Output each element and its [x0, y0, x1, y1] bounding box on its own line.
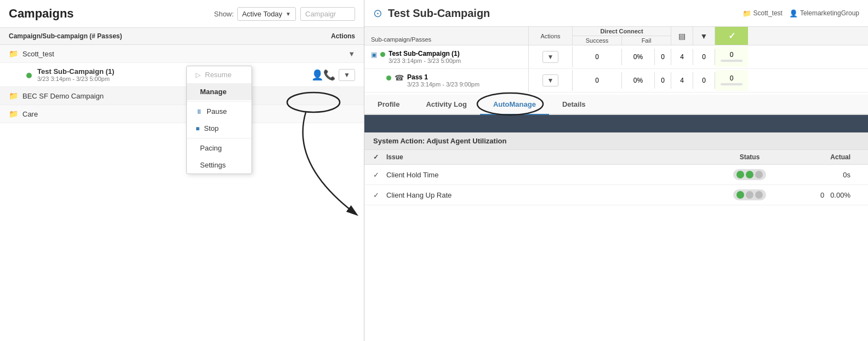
- menu-item-pacing[interactable]: Pacing: [187, 140, 252, 157]
- automanage-row: ✓ Client Hold Time 0s: [364, 165, 868, 185]
- col-actual-header: Actual: [793, 153, 859, 161]
- campaign-row[interactable]: 📁 Care: [0, 105, 364, 123]
- sub-campaign-actions: 👤📞 ▼: [311, 69, 355, 81]
- menu-item-pacing-label: Pacing: [200, 144, 222, 152]
- meta-folder-text: Scott_test: [753, 9, 783, 17]
- tabs-bar: Profile Activity Log AutoManage Details: [364, 95, 868, 115]
- menu-item-manage-label: Manage: [200, 88, 226, 96]
- col-dc-group: Direct Connect Success Fail: [573, 27, 671, 45]
- campaign-row[interactable]: 📁 BEC SF Demo Campaign: [0, 87, 364, 105]
- row1-dc-success-pct: 0%: [622, 49, 655, 65]
- campaign-name: Scott_test: [22, 50, 348, 58]
- row1-col5: 0: [693, 49, 715, 65]
- meta-folder: 📁 Scott_test: [743, 9, 783, 18]
- menu-item-settings-label: Settings: [200, 161, 226, 169]
- campaigns-table-header: Campaign/Sub-campaign (# Passes) Actions: [0, 28, 364, 45]
- toggle-dot-3: [755, 171, 763, 178]
- row2-col5: 0: [693, 72, 715, 89]
- folder-icon: 📁: [9, 109, 18, 118]
- row1-col4: 4: [671, 49, 693, 65]
- resume-icon: ▷: [196, 71, 201, 79]
- check-client-hold: ✓: [373, 171, 386, 179]
- row2-time: 3/23 3:14pm - 3/23 9:00pm: [407, 81, 479, 88]
- row1-list: 0: [715, 47, 748, 67]
- col-actions-header: Actions: [331, 32, 355, 40]
- pass-phone-icon: ☎: [395, 73, 404, 82]
- detail-header: ⊙ Test Sub-Campaign 📁 Scott_test 👤 Telem…: [364, 0, 868, 27]
- automanage-section: System Action: Adjust Agent Utilization …: [364, 132, 868, 205]
- person-phone-icon[interactable]: 👤📞: [311, 69, 335, 81]
- row2-list: 0: [715, 70, 748, 91]
- row2-name: Pass 1: [407, 73, 479, 81]
- detail-title: Test Sub-Campaign: [388, 7, 734, 20]
- tab-activity-log[interactable]: Activity Log: [413, 95, 479, 115]
- dark-separator-bar: [364, 115, 868, 132]
- campaign-row[interactable]: 📁 Scott_test ▼: [0, 45, 364, 63]
- show-select-arrow-icon: ▼: [285, 11, 291, 17]
- detail-meta: 📁 Scott_test 👤 TelemarketingGroup: [743, 9, 859, 18]
- stop-icon: ■: [196, 125, 199, 132]
- issue-client-hold: Client Hold Time: [386, 171, 706, 179]
- sub-campaign-dropdown-btn[interactable]: ▼: [339, 69, 355, 81]
- menu-item-pause[interactable]: ⏸ Pause: [187, 103, 252, 120]
- menu-item-settings[interactable]: Settings: [187, 157, 252, 174]
- actual-hang-up-value: 0: [820, 191, 824, 199]
- toggle-dot-3: [755, 191, 763, 199]
- status-hang-up: [706, 189, 793, 200]
- col-dc-header: Direct Connect: [573, 27, 671, 36]
- campaign-search-input[interactable]: Campaigr: [300, 7, 355, 21]
- person-meta-icon: 👤: [789, 9, 798, 18]
- status-dot-pass: [386, 76, 391, 80]
- automanage-row: ✓ Client Hang Up Rate 0 0.00%: [364, 185, 868, 205]
- row2-col4: 4: [671, 72, 693, 89]
- detail-row[interactable]: ▣ Test Sub-Campaign (1) 3/23 3:14pm - 3/…: [364, 45, 868, 69]
- sub-campaign-row[interactable]: Test Sub-Campaign (1) 3/23 3:14pm - 3/23…: [0, 63, 364, 87]
- col-status-header: Status: [706, 153, 793, 161]
- tab-profile[interactable]: Profile: [364, 95, 413, 115]
- folder-icon: 📁: [9, 49, 18, 58]
- meta-group-text: TelemarketingGroup: [800, 9, 859, 17]
- tab-automanage-label: AutoManage: [493, 100, 536, 108]
- row1-actions-btn[interactable]: ▼: [542, 51, 559, 63]
- col-print-icon: ▤: [671, 27, 693, 45]
- row1-dc-fail: 0: [655, 49, 671, 65]
- meta-group: 👤 TelemarketingGroup: [789, 9, 859, 18]
- col-issue-header: Issue: [386, 153, 706, 161]
- status-client-hold: [706, 169, 793, 180]
- row2-actions-btn[interactable]: ▼: [542, 74, 559, 86]
- context-menu: ▷ Resume Manage ⏸ Pause ■ Stop Pacing: [186, 66, 252, 174]
- back-icon[interactable]: ⊙: [373, 7, 382, 20]
- page-title: Campaigns: [9, 7, 214, 21]
- tab-details[interactable]: Details: [549, 95, 599, 115]
- detail-row[interactable]: ☎ Pass 1 3/23 3:14pm - 3/23 9:00pm ▼ 0 0…: [364, 69, 868, 93]
- toggle-dot-1: [736, 171, 744, 178]
- row2-dc-fail: 0: [655, 72, 671, 89]
- menu-item-pause-label: Pause: [207, 107, 227, 115]
- menu-item-stop-label: Stop: [204, 124, 219, 132]
- show-select-dropdown[interactable]: Active Today ▼: [237, 7, 296, 21]
- show-label: Show:: [214, 10, 233, 18]
- row2-dc-success-pct: 0%: [622, 72, 655, 89]
- collapse-icon: ▣: [371, 51, 377, 59]
- automanage-col-headers: ✓ Issue Status Actual: [364, 150, 868, 165]
- row2-dc-success: 0: [573, 72, 622, 89]
- toggle-dot-2: [746, 171, 753, 178]
- sub-campaign-time: 3/23 3:14pm - 3/23 5:00pm: [37, 76, 311, 82]
- toggle-dot-2: [746, 191, 753, 199]
- search-placeholder: Campaigr: [305, 10, 336, 18]
- col-actions-header: Actions: [540, 33, 560, 39]
- col-list-header: ✓: [715, 27, 748, 45]
- col-filter-icon: ▼: [693, 27, 715, 45]
- menu-item-manage[interactable]: Manage: [187, 83, 252, 100]
- menu-item-resume[interactable]: ▷ Resume: [187, 66, 252, 83]
- menu-item-stop[interactable]: ■ Stop: [187, 120, 252, 137]
- status-dot: [26, 73, 32, 78]
- row1-dc-success: 0: [573, 49, 622, 65]
- actual-hang-up: 0 0.00%: [793, 191, 859, 199]
- pause-icon: ⏸: [196, 108, 202, 115]
- col-dc-fail-header: Fail: [622, 36, 671, 45]
- expand-button[interactable]: ▼: [348, 50, 355, 58]
- tab-automanage[interactable]: AutoManage: [480, 95, 549, 115]
- actual-client-hold: 0s: [793, 171, 859, 179]
- col-subcampaign-header: Sub-campaign/Passes: [371, 36, 522, 43]
